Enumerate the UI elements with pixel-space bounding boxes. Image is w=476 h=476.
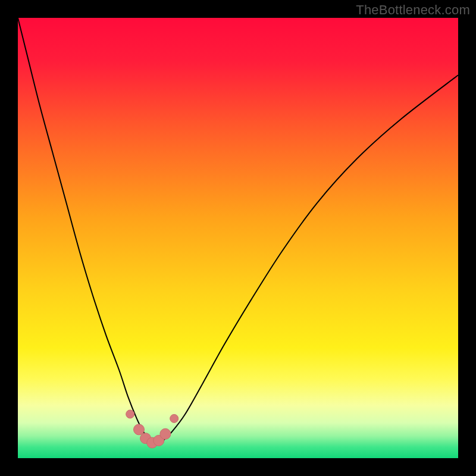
watermark-text: TheBottleneck.com — [356, 2, 470, 18]
highlight-marker — [126, 410, 134, 418]
plot-area — [18, 18, 458, 458]
chart-frame: TheBottleneck.com — [0, 0, 476, 476]
highlight-marker — [170, 414, 178, 422]
highlight-marker — [160, 428, 171, 439]
bottleneck-curve-svg — [18, 18, 458, 458]
bottleneck-curve — [18, 18, 458, 445]
highlight-marker — [134, 424, 145, 435]
highlight-markers — [126, 410, 178, 448]
